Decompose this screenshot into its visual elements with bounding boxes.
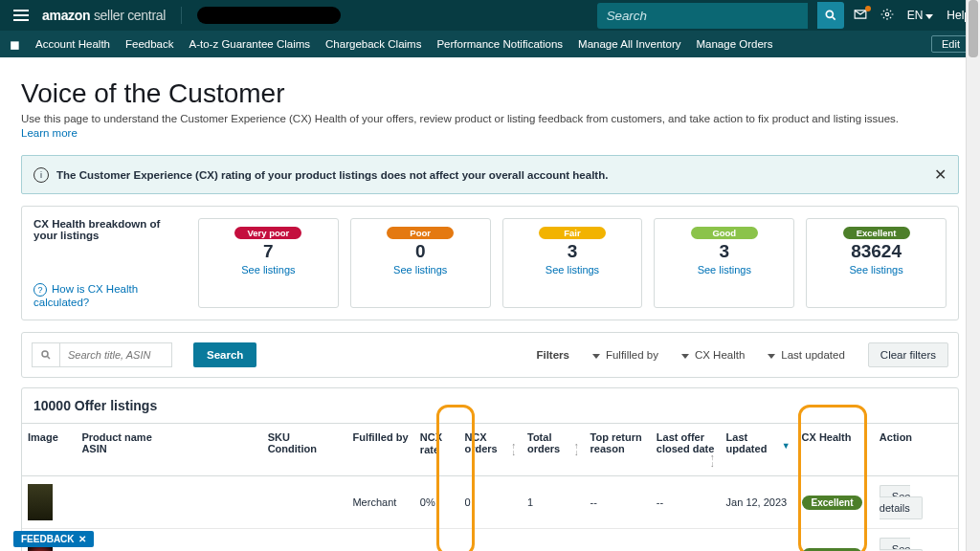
nav-feedback[interactable]: Feedback — [125, 38, 174, 50]
cell-total: 1 — [522, 476, 585, 529]
cell-ncx-orders: 0 — [458, 529, 522, 552]
bookmark-icon[interactable]: ◼ — [10, 37, 20, 52]
col-ncx-orders[interactable]: NCX orders↑↓ — [458, 424, 522, 476]
col-top-reason: Top return reason — [585, 424, 651, 476]
pill-label: Fair — [539, 227, 606, 239]
cell-ncx-rate: 0% — [414, 529, 459, 552]
filter-fulfilled-by[interactable]: Fulfilled by — [592, 349, 658, 361]
nav-perf-notif[interactable]: Performance Notifications — [436, 38, 563, 50]
top-bar: amazon seller central EN Help — [0, 0, 980, 31]
cell-top-reason: -- — [585, 476, 651, 529]
cell-top-reason: -- — [585, 529, 651, 552]
col-cx-health[interactable]: CX Health↑↓ — [796, 424, 874, 476]
cell-closed: -- — [651, 529, 721, 552]
see-listings-link[interactable]: See listings — [849, 264, 902, 276]
svg-point-0 — [826, 11, 833, 17]
card-e[interactable]: Excellent83624See listings — [806, 218, 947, 308]
info-text: The Customer Experience (CX) rating of y… — [56, 169, 934, 181]
search-icon — [32, 342, 59, 367]
card-count: 83624 — [811, 241, 942, 262]
cell-ncx-rate: 0% — [414, 476, 459, 529]
nav-account-health[interactable]: Account Health — [35, 38, 110, 50]
edit-nav-button[interactable]: Edit — [931, 35, 970, 53]
cell-total: 1 — [522, 529, 585, 552]
cell-updated: Jan 12, 2023 — [721, 476, 796, 529]
messages-icon[interactable] — [854, 8, 867, 24]
card-p[interactable]: Poor0See listings — [350, 218, 491, 308]
global-search[interactable] — [597, 3, 808, 29]
pill-label: Excellent — [843, 227, 910, 239]
scrollbar[interactable] — [966, 0, 980, 551]
col-sku: SKUCondition — [262, 424, 347, 476]
feedback-tab[interactable]: FEEDBACK✕ — [13, 531, 94, 547]
nav-row: ◼ Account Health Feedback A-to-z Guarant… — [0, 31, 980, 57]
cell-closed: -- — [651, 476, 721, 529]
svg-line-1 — [832, 17, 835, 20]
nav-chargeback[interactable]: Chargeback Claims — [325, 38, 421, 50]
filter-last-updated[interactable]: Last updated — [768, 349, 845, 361]
table-row: Merchant0%01----Jan 12, 2023ExcellentSee… — [22, 529, 958, 552]
search-input[interactable] — [597, 3, 808, 29]
info-banner: i The Customer Experience (CX) rating of… — [21, 155, 959, 194]
cx-badge: Excellent — [802, 496, 863, 510]
card-vp[interactable]: Very poor7See listings — [198, 218, 339, 308]
col-image: Image — [22, 424, 76, 476]
col-product: Product nameASIN — [76, 424, 261, 476]
store-name-redacted — [197, 7, 341, 24]
pill-label: Poor — [387, 227, 454, 239]
table-row: Merchant0%01----Jan 12, 2023ExcellentSee… — [22, 476, 958, 529]
clear-filters-button[interactable]: Clear filters — [868, 342, 948, 367]
cell-fulfilled: Merchant — [346, 529, 413, 552]
nav-atoz[interactable]: A-to-z Guarantee Claims — [189, 38, 311, 50]
cell-fulfilled: Merchant — [346, 476, 413, 529]
cell-updated: Jan 12, 2023 — [721, 529, 796, 552]
filters-row: Search Filters Fulfilled by CX Health La… — [21, 332, 959, 378]
see-details-button[interactable]: See details — [880, 485, 923, 519]
page-title: Voice of the Customer — [21, 78, 959, 109]
col-fulfilled[interactable]: Fulfilled by — [346, 424, 413, 476]
brand-logo[interactable]: amazon seller central — [42, 8, 166, 23]
card-count: 0 — [355, 241, 486, 262]
see-listings-link[interactable]: See listings — [698, 264, 751, 276]
learn-more-link[interactable]: Learn more — [21, 127, 78, 139]
col-ncx-rate: NCX rate — [414, 424, 459, 476]
see-listings-link[interactable]: See listings — [241, 264, 295, 276]
menu-icon[interactable] — [10, 6, 33, 25]
pill-label: Good — [691, 227, 758, 239]
card-count: 3 — [507, 241, 638, 262]
col-closed-date[interactable]: Last offer closed date↑↓ — [651, 424, 721, 476]
filter-cx-health[interactable]: CX Health — [681, 349, 745, 361]
cx-breakdown: CX Health breakdown of your listings ?Ho… — [33, 218, 947, 308]
see-details-button[interactable]: See details — [880, 538, 923, 551]
divider — [181, 7, 182, 24]
pill-label: Very poor — [234, 227, 301, 239]
col-total-orders[interactable]: Total orders↑↓ — [522, 424, 585, 476]
svg-line-4 — [48, 357, 51, 360]
see-listings-link[interactable]: See listings — [393, 264, 447, 276]
close-icon[interactable]: ✕ — [934, 165, 947, 184]
nav-inventory[interactable]: Manage All Inventory — [578, 38, 680, 50]
listing-search-input[interactable] — [59, 342, 172, 367]
info-icon: i — [33, 167, 49, 183]
cell-ncx-orders: 0 — [458, 476, 522, 529]
filters-label: Filters — [536, 349, 569, 361]
page-subtitle: Use this page to understand the Customer… — [21, 113, 959, 124]
how-calculated-link[interactable]: ?How is CX Health calculated? — [33, 283, 187, 308]
nav-orders[interactable]: Manage Orders — [697, 38, 773, 50]
see-listings-link[interactable]: See listings — [546, 264, 599, 276]
col-action: Action — [874, 424, 958, 476]
gear-icon[interactable] — [880, 8, 894, 24]
table-title: 10000 Offer listings — [22, 388, 958, 423]
card-f[interactable]: Fair3See listings — [502, 218, 643, 308]
listings-table: 10000 Offer listings Image Product nameA… — [21, 387, 959, 551]
language-selector[interactable]: EN — [907, 9, 934, 22]
listing-search-button[interactable]: Search — [193, 342, 256, 367]
svg-point-2 — [885, 12, 889, 16]
search-button[interactable] — [817, 2, 844, 29]
svg-point-3 — [42, 351, 48, 357]
product-thumb[interactable] — [28, 484, 53, 520]
card-count: 3 — [658, 241, 790, 262]
card-count: 7 — [203, 241, 334, 262]
card-g[interactable]: Good3See listings — [654, 218, 794, 308]
col-updated[interactable]: Last updated▼ — [721, 424, 796, 476]
